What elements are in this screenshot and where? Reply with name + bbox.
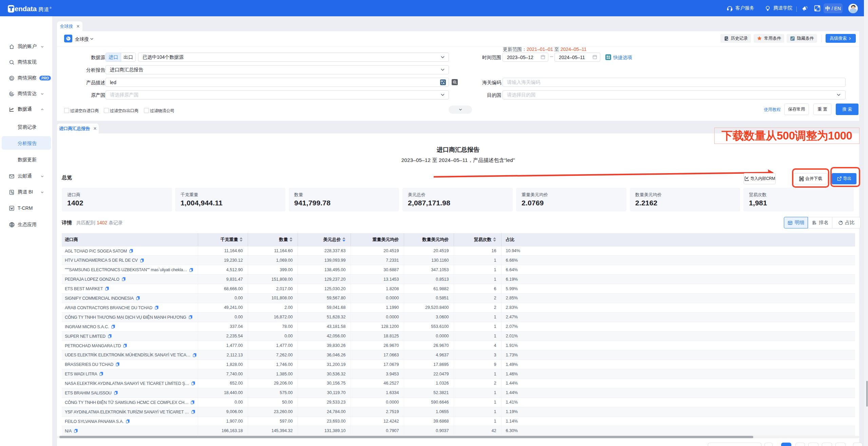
- svg-text:A: A: [443, 82, 445, 85]
- svg-text:BI: BI: [12, 192, 14, 194]
